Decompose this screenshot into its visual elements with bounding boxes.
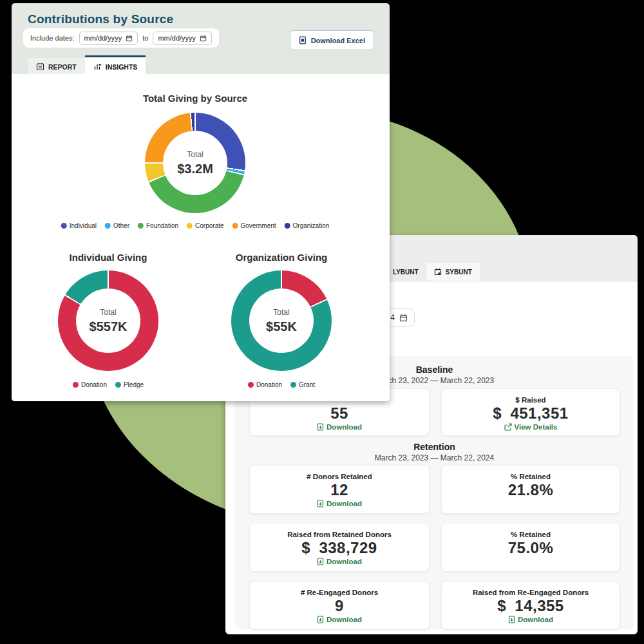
legend-label: Other (113, 222, 129, 229)
legend-item[interactable]: Pledge (115, 381, 144, 388)
donut-center-individual: Total $557K (58, 270, 158, 371)
download-link[interactable]: Download (508, 615, 553, 624)
legend-label: Organization (293, 222, 330, 229)
legend-label: Pledge (124, 381, 144, 388)
legend-label: Individual (70, 222, 97, 229)
legend-item[interactable]: Other (105, 222, 129, 229)
legend-dot (61, 223, 67, 229)
chart-title-organization-giving: Organization Giving (236, 252, 328, 263)
legend-dot (187, 223, 193, 229)
start-date-input[interactable]: mm/dd/yyyy (79, 32, 138, 45)
report-date-fragment: 4 (390, 313, 395, 322)
download-link[interactable]: Download (317, 615, 362, 624)
legend-dot (105, 223, 111, 229)
page-background: LYBUNT SYBUNT 4 Baseline March 23, 2022 … (0, 0, 644, 644)
legend-dot (290, 382, 296, 388)
donut-chart-organization-giving[interactable]: Total $55K (231, 270, 332, 371)
donut-chart-individual-giving[interactable]: Total $557K (58, 270, 158, 371)
legend-organization-giving: DonationGrant (248, 381, 315, 388)
tab-insights-label: INSIGHTS (106, 63, 138, 71)
legend-dot (73, 382, 79, 388)
stat-value: 55 (330, 404, 348, 422)
download-file-icon (317, 500, 324, 507)
date-filter-bar: Include dates: mm/dd/yyyy to mm/dd/yyyy (23, 28, 219, 48)
section-heading-retention: Retention (235, 442, 634, 452)
legend-dot (248, 382, 254, 388)
legend-item[interactable]: Government (232, 222, 276, 229)
legend-item[interactable]: Organization (285, 222, 330, 229)
calendar-icon (200, 35, 207, 42)
contributions-card: Contributions by Source Include dates: m… (12, 3, 390, 401)
tab-insights[interactable]: INSIGHTS (85, 55, 146, 75)
stat-card-raised-retained: Raised from Retained Donors $ 338,729 Do… (249, 523, 430, 572)
donut-center-total: Total $3.2M (145, 113, 245, 213)
legend-item[interactable]: Grant (290, 381, 315, 388)
legend-label: Donation (256, 381, 282, 388)
section-daterange-retention: March 23, 2023 — March 22, 2024 (235, 453, 634, 462)
tab-report[interactable]: REPORT (28, 58, 85, 75)
stat-value: $ 451,351 (493, 404, 568, 422)
download-link[interactable]: Download (317, 499, 362, 508)
calendar-icon (126, 35, 133, 42)
legend-dot (138, 223, 144, 229)
donut-chart-total-giving[interactable]: Total $3.2M (145, 113, 245, 213)
legend-label: Donation (81, 381, 107, 388)
legend-total-giving: IndividualOtherFoundationCorporateGovern… (61, 222, 330, 229)
stat-card-pct-retained-1: % Retained 21.8% (441, 465, 620, 514)
contributions-tabs: REPORT INSIGHTS (28, 55, 146, 75)
external-link-icon (504, 423, 512, 431)
insights-chart-icon (93, 62, 102, 71)
legend-item[interactable]: Donation (73, 381, 107, 388)
to-label: to (142, 34, 148, 42)
stat-value: 12 (330, 481, 348, 499)
stat-value: 9 (335, 597, 344, 615)
legend-dot (115, 382, 121, 388)
tab-lybunt-label: LYBUNT (393, 269, 419, 276)
legend-dot (232, 223, 238, 229)
excel-file-icon (299, 36, 307, 44)
tab-sybunt[interactable]: SYBUNT (426, 263, 480, 281)
download-link[interactable]: Download (317, 422, 362, 431)
legend-label: Foundation (146, 222, 178, 229)
stat-card-raised-reengaged: Raised from Re-Engaged Donors $ 14,355 D… (441, 581, 620, 630)
legend-dot (285, 223, 290, 229)
tab-sybunt-label: SYBUNT (446, 269, 472, 276)
stat-card-pct-retained-2: % Retained 75.0% (441, 523, 620, 572)
view-details-link[interactable]: View Details (504, 422, 558, 431)
legend-item[interactable]: Individual (61, 222, 97, 229)
legend-label: Government (241, 222, 276, 229)
legend-label: Grant (299, 381, 315, 388)
stat-value: 75.0% (508, 539, 554, 557)
page-title: Contributions by Source (28, 12, 173, 26)
stat-value: 21.8% (508, 481, 554, 499)
tab-report-label: REPORT (48, 63, 77, 71)
end-date-input[interactable]: mm/dd/yyyy (153, 32, 212, 45)
legend-item[interactable]: Foundation (138, 222, 178, 229)
calendar-icon (399, 314, 408, 322)
donut-center-organization: Total $55K (231, 270, 332, 371)
legend-individual-giving: DonationPledge (73, 381, 144, 388)
legend-item[interactable]: Donation (248, 381, 282, 388)
download-file-icon (317, 616, 324, 623)
legend-label: Corporate (195, 222, 223, 229)
include-dates-label: Include dates: (30, 34, 75, 42)
stat-value: $ 14,355 (497, 597, 564, 615)
download-file-icon (317, 423, 324, 431)
insights-panel: Total Giving by Source Total $3.2M Indiv… (12, 74, 390, 401)
chart-title-total-giving: Total Giving by Source (143, 93, 247, 104)
legend-item[interactable]: Corporate (187, 222, 223, 229)
calendar-icon (434, 268, 442, 276)
chart-title-individual-giving: Individual Giving (70, 252, 147, 263)
stat-card-baseline-raised: $ Raised $ 451,351 View Details (441, 388, 620, 436)
report-clipboard-icon (36, 62, 44, 71)
download-file-icon (317, 558, 324, 565)
stat-card-donors-retained: # Donors Retained 12 Download (249, 465, 430, 514)
download-file-icon (508, 616, 515, 623)
stat-card-reengaged-donors: # Re-Engaged Donors 9 Download (249, 581, 430, 630)
download-excel-button[interactable]: Download Excel (290, 30, 374, 50)
stat-value: $ 338,729 (301, 539, 377, 557)
download-link[interactable]: Download (317, 557, 362, 566)
